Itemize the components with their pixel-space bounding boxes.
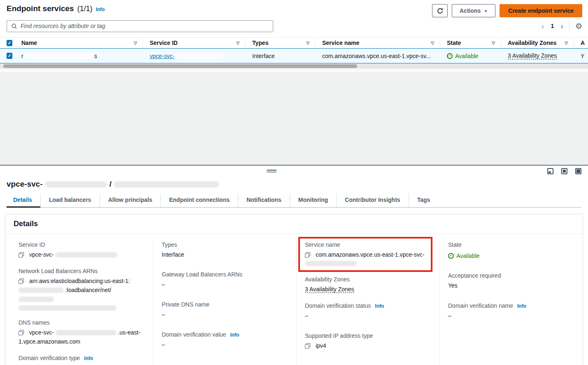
split-panel-small-icon[interactable] [547, 168, 553, 174]
redacted-lb-arn-line [19, 305, 116, 311]
tab-allow-principals[interactable]: Allow principals [100, 194, 160, 207]
tab-contributor-insights[interactable]: Contributor Insights [336, 194, 409, 207]
endpoint-services-page: Endpoint services (1/1) Info Actions ▼ C… [0, 0, 588, 365]
redacted-account-id [19, 288, 64, 293]
info-link[interactable]: Info [230, 332, 239, 338]
copy-icon[interactable] [305, 343, 310, 349]
column-header-service-id[interactable]: Service ID ▽ [143, 37, 246, 48]
details-card: Details Service ID vpce-svc- Network Loa… [5, 214, 583, 365]
tab-notifications[interactable]: Notifications [238, 194, 290, 207]
row-name-cell: r s [18, 53, 143, 59]
column-header-state[interactable]: State ▽ [440, 37, 501, 48]
divider [569, 21, 569, 31]
result-count: (1/1) [77, 5, 93, 13]
column-header-service-name[interactable]: Service name ▽ [316, 37, 440, 48]
field-glb-arns: Gateway Load Balancers ARNs – [162, 271, 288, 289]
page-title: Endpoint services [7, 4, 74, 13]
field-private-dns-name: Private DNS name – [162, 301, 288, 319]
sort-icon[interactable]: ▽ [431, 41, 434, 45]
sort-icon[interactable]: ▽ [134, 41, 137, 45]
search-box[interactable] [7, 20, 273, 32]
toolbar: ‹ 1 › ⚙ [0, 18, 588, 33]
pager: ‹ 1 › [542, 22, 563, 30]
row-types-cell: Interface [246, 53, 316, 59]
column-header-availability-zones[interactable]: Availability Zones ▽ [501, 37, 574, 48]
previous-page-button[interactable]: ‹ [542, 22, 544, 30]
details-column-1: Service ID vpce-svc- Network Load Balanc… [5, 241, 153, 365]
horizontal-scrollbar[interactable] [0, 63, 588, 68]
copy-icon[interactable] [19, 330, 24, 335]
endpoint-services-table: ✓ Name ▽ Service ID ▽ Types ▽ Service na… [0, 37, 588, 72]
sort-icon[interactable]: ▽ [236, 41, 239, 45]
page-header: Endpoint services (1/1) Info Actions ▼ C… [0, 0, 588, 18]
redacted-title-id [45, 181, 107, 187]
redacted-service-name-suffix [305, 261, 357, 266]
field-domain-verification-type: Domain verification type Info – [19, 355, 145, 365]
info-link[interactable]: Info [84, 356, 93, 361]
tab-load-balancers[interactable]: Load balancers [40, 194, 100, 207]
refresh-button[interactable] [432, 4, 448, 17]
page-number: 1 [551, 23, 554, 29]
refresh-icon [437, 7, 444, 14]
details-card-heading: Details [5, 214, 583, 234]
row-availability-zones-cell: 3 Availability Zones [501, 52, 574, 59]
field-service-name: Service name com.amazonaws.vpce.us-east-… [305, 241, 431, 266]
column-header-types[interactable]: Types ▽ [246, 37, 316, 48]
split-drag-handle-icon[interactable] [267, 170, 277, 173]
field-dns-names: DNS names vpce-svc- .us-east-1.vpce.amaz… [19, 319, 145, 346]
copy-icon[interactable] [305, 252, 310, 257]
create-endpoint-service-button[interactable]: Create endpoint service [500, 4, 582, 17]
sort-icon[interactable]: ▽ [565, 41, 568, 45]
service-id-link[interactable]: vpce-svc- [150, 53, 224, 59]
details-column-2: Types Interface Gateway Load Balancers A… [153, 241, 296, 365]
column-header-name[interactable]: Name ▽ [18, 37, 143, 48]
next-page-button[interactable]: › [560, 22, 563, 30]
tab-details[interactable]: Details [7, 194, 40, 207]
copy-icon[interactable] [19, 278, 24, 284]
split-panel-medium-icon[interactable] [561, 168, 567, 174]
field-domain-verification-status: Domain verification status Info – [305, 302, 431, 320]
select-all-checkbox[interactable]: ✓ [7, 40, 12, 46]
tab-tags[interactable]: Tags [409, 194, 439, 207]
header-info-link[interactable]: Info [96, 7, 105, 12]
redacted-dns-id [56, 330, 116, 335]
panel-controls [0, 166, 588, 178]
field-supported-ip-address-type: Supported IP address type ipv4 [305, 332, 431, 350]
redacted-service-id-value [56, 252, 117, 257]
table-footer-strip [0, 68, 588, 72]
sort-icon[interactable]: ▽ [306, 41, 309, 45]
redacted-title-name [114, 181, 219, 187]
info-link[interactable]: Info [517, 303, 526, 309]
row-service-name-cell: com.amazonaws.vpce.us-east-1.vpce-sv... [316, 53, 440, 59]
column-header-acceptance-partial[interactable]: A [574, 37, 588, 48]
details-card-body: Service ID vpce-svc- Network Load Balanc… [5, 234, 583, 365]
actions-button[interactable]: Actions ▼ [452, 4, 495, 17]
gear-icon[interactable]: ⚙ [575, 22, 582, 30]
tab-endpoint-connections[interactable]: Endpoint connections [160, 194, 238, 207]
split-panel-full-icon[interactable] [575, 168, 581, 174]
field-domain-verification-value: Domain verification value Info – [162, 331, 288, 349]
sort-icon[interactable]: ▽ [492, 41, 495, 45]
table-row[interactable]: ✓ r s vpce-svc- Interface com.amazonaws.… [0, 48, 588, 63]
availability-zones-link[interactable]: 3 Availability Zones [508, 52, 557, 59]
availability-zones-link[interactable]: 3 Availability Zones [305, 286, 354, 293]
caret-down-icon: ▼ [484, 9, 488, 13]
info-link[interactable]: Info [375, 303, 384, 309]
redacted-name [23, 53, 94, 58]
redacted-service-id [174, 53, 224, 58]
status-badge: ✓ Available [447, 53, 479, 59]
check-circle-icon: ✓ [447, 53, 453, 59]
scrollbar-thumb[interactable] [3, 64, 357, 68]
field-domain-verification-name: Domain verification name Info – [448, 302, 574, 320]
field-nlb-arns: Network Load Balancers ARNs arn:aws:elas… [19, 268, 145, 311]
copy-icon[interactable] [19, 252, 24, 257]
field-service-id: Service ID vpce-svc- [19, 241, 145, 259]
tab-bar: Details Load balancers Allow principals … [7, 194, 581, 208]
details-column-3: Service name com.amazonaws.vpce.us-east-… [296, 241, 439, 365]
tab-monitoring[interactable]: Monitoring [290, 194, 336, 207]
row-checkbox[interactable]: ✓ [7, 53, 12, 59]
title-group: Endpoint services (1/1) Info [7, 4, 105, 13]
select-all-cell: ✓ [0, 37, 18, 48]
search-input[interactable] [21, 23, 269, 29]
header-actions: Actions ▼ Create endpoint service [432, 4, 582, 17]
